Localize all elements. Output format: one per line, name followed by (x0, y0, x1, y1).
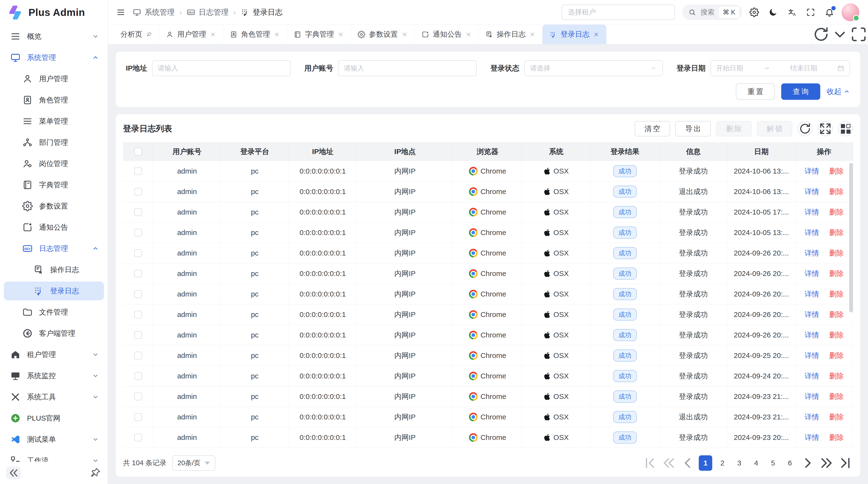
detail-link[interactable]: 详情 (805, 392, 819, 401)
translate-icon[interactable]: 文A (787, 7, 797, 17)
bell-icon[interactable] (825, 7, 834, 17)
sidebar-item-notice[interactable]: 通知公告 (4, 218, 104, 237)
row-checkbox[interactable] (134, 229, 142, 236)
select-all-checkbox[interactable] (134, 148, 142, 156)
sidebar-item-log-mgmt[interactable]: DEV日志管理 (4, 239, 104, 258)
unlock-button[interactable]: 解锁 (757, 121, 792, 136)
row-checkbox[interactable] (134, 331, 142, 339)
page-button-1[interactable]: 1 (699, 455, 712, 471)
detail-link[interactable]: 详情 (805, 187, 819, 197)
sidebar-item-menu-mgmt[interactable]: 菜单管理 (4, 112, 104, 131)
delete-link[interactable]: 删除 (829, 433, 844, 443)
sidebar-item-dept-mgmt[interactable]: 部门管理 (4, 133, 104, 152)
sidebar-item-login-log[interactable]: 登录日志 (4, 282, 104, 300)
ip-address-input[interactable] (158, 64, 285, 72)
delete-link[interactable]: 删除 (829, 412, 844, 422)
sidebar-item-system-mgmt[interactable]: 系统管理 (4, 48, 104, 67)
sidebar-item-param-setting[interactable]: 参数设置 (4, 197, 104, 216)
content-fullscreen-button[interactable] (849, 25, 868, 44)
page-button-3[interactable]: 3 (733, 455, 746, 471)
delete-button[interactable]: 删除 (716, 121, 751, 136)
detail-link[interactable]: 详情 (805, 207, 819, 217)
detail-link[interactable]: 详情 (805, 351, 819, 361)
reset-button[interactable]: 重置 (736, 84, 775, 100)
table-fullscreen-button[interactable] (818, 121, 833, 136)
delete-link[interactable]: 删除 (829, 310, 844, 320)
row-checkbox[interactable] (134, 393, 142, 400)
delete-link[interactable]: 删除 (829, 228, 844, 238)
row-checkbox[interactable] (134, 290, 142, 298)
gear-icon[interactable] (749, 7, 759, 17)
moon-icon[interactable] (768, 7, 778, 17)
row-checkbox[interactable] (134, 270, 142, 278)
detail-link[interactable]: 详情 (805, 289, 819, 299)
page-button-2[interactable]: 2 (716, 455, 729, 471)
sidebar-item-plus-site[interactable]: PLUS官网 (4, 409, 104, 428)
tenant-select-input[interactable] (568, 8, 669, 16)
collapse-filters-link[interactable]: 收起 (827, 87, 850, 97)
sidebar-item-client-mgmt[interactable]: 客户端管理 (4, 324, 104, 343)
detail-link[interactable]: 详情 (805, 248, 819, 258)
tab-param-setting[interactable]: 参数设置 (351, 25, 415, 44)
prev-page-button[interactable] (680, 455, 695, 471)
first-page-button[interactable] (642, 455, 658, 471)
clear-button[interactable]: 清空 (634, 121, 670, 136)
close-icon[interactable] (593, 31, 599, 38)
row-checkbox[interactable] (134, 433, 142, 441)
user-account-input[interactable] (344, 64, 471, 72)
detail-link[interactable]: 详情 (805, 433, 819, 443)
export-button[interactable]: 导出 (675, 121, 711, 136)
detail-link[interactable]: 详情 (805, 371, 819, 381)
page-button-5[interactable]: 5 (766, 455, 780, 471)
refresh-tab-button[interactable] (812, 25, 830, 44)
date-range-picker[interactable]: 开始日期 结束日期 (710, 60, 850, 76)
sidebar-item-operation-log[interactable]: 操作日志 (4, 260, 104, 279)
close-icon[interactable] (274, 31, 280, 38)
tab-notice[interactable]: 通知公告 (415, 25, 478, 44)
row-checkbox[interactable] (134, 188, 142, 195)
tab-analysis[interactable]: 分析页 (114, 25, 159, 44)
row-checkbox[interactable] (134, 413, 142, 421)
tenant-select[interactable] (562, 5, 675, 20)
fullscreen-icon[interactable] (806, 7, 815, 17)
tab-dict-mgmt[interactable]: 字典管理 (287, 25, 351, 44)
close-icon[interactable] (210, 31, 216, 38)
login-status-select[interactable]: 请选择 (524, 60, 663, 76)
delete-link[interactable]: 删除 (829, 371, 844, 381)
row-checkbox[interactable] (134, 167, 142, 175)
page-size-select[interactable]: 20条/页 (173, 455, 216, 471)
sidebar-item-system-tools[interactable]: 系统工具 (4, 388, 104, 407)
next-page-button[interactable] (800, 455, 815, 471)
delete-link[interactable]: 删除 (829, 166, 844, 176)
hamburger-menu-icon[interactable] (116, 8, 125, 17)
row-checkbox[interactable] (134, 208, 142, 216)
sidebar-item-system-monitor[interactable]: 系统监控 (4, 366, 104, 385)
delete-link[interactable]: 删除 (829, 289, 844, 299)
detail-link[interactable]: 详情 (805, 166, 819, 176)
breadcrumb-item[interactable]: 登录日志 (241, 7, 283, 18)
sidebar-item-dict-mgmt[interactable]: 字典管理 (4, 175, 104, 194)
sidebar-item-post-mgmt[interactable]: 岗位管理 (4, 154, 104, 173)
sidebar-item-user-mgmt[interactable]: 用户管理 (4, 69, 104, 88)
sidebar-item-tenant-mgmt[interactable]: 租户管理 (4, 345, 104, 364)
page-button-6[interactable]: 6 (783, 455, 797, 471)
column-settings-button[interactable] (838, 121, 853, 136)
sidebar-item-overview[interactable]: 概览 (4, 27, 104, 46)
jump-back-button[interactable] (661, 455, 677, 471)
jump-forward-button[interactable] (819, 455, 834, 471)
delete-link[interactable]: 删除 (829, 207, 844, 217)
tab-user-mgmt[interactable]: 用户管理 (159, 25, 223, 44)
delete-link[interactable]: 删除 (829, 187, 844, 197)
sidebar-item-file-mgmt[interactable]: 文件管理 (4, 303, 104, 322)
delete-link[interactable]: 删除 (829, 392, 844, 401)
row-checkbox[interactable] (134, 311, 142, 318)
delete-link[interactable]: 删除 (829, 330, 844, 340)
search-button[interactable]: 查询 (781, 84, 820, 100)
sidebar-collapse-button[interactable] (6, 466, 21, 479)
breadcrumb-item[interactable]: DEV日志管理 (187, 7, 228, 18)
sidebar-item-role-mgmt[interactable]: 角色管理 (4, 91, 104, 109)
delete-link[interactable]: 删除 (829, 351, 844, 361)
refresh-table-button[interactable] (798, 121, 812, 136)
tab-login-log[interactable]: 登录日志 (542, 25, 607, 44)
close-icon[interactable] (401, 31, 408, 38)
